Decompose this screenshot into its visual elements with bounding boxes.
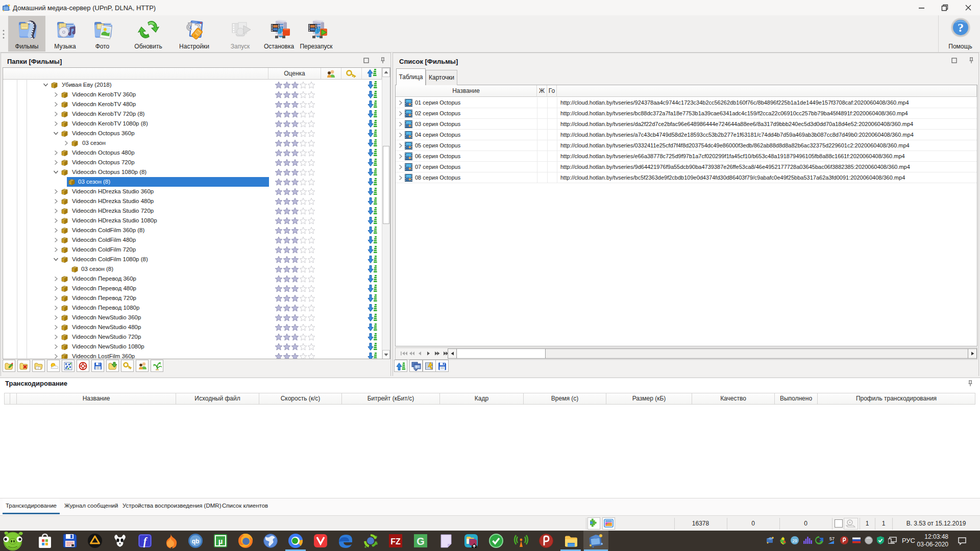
svg-text:57: 57	[829, 536, 835, 541]
svg-text:?: ?	[958, 21, 964, 34]
svg-text:qb: qb	[192, 538, 200, 545]
svg-text:29: 29	[792, 538, 797, 543]
svg-text:µ: µ	[218, 537, 223, 545]
svg-text:G: G	[416, 536, 425, 547]
svg-text:FZ: FZ	[390, 537, 401, 546]
